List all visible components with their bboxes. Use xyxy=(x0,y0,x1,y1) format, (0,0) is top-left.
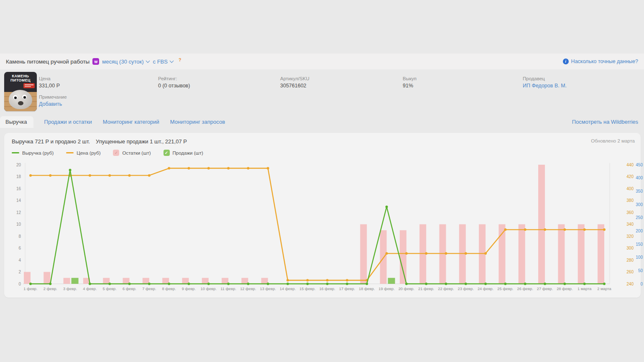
data-point xyxy=(583,283,586,285)
data-point xyxy=(425,252,427,255)
data-point xyxy=(108,283,111,285)
bar xyxy=(64,278,70,284)
svg-text:15 февр.: 15 февр. xyxy=(299,287,315,291)
svg-text:250: 250 xyxy=(636,215,643,220)
data-point xyxy=(405,283,408,285)
legend-item-stock[interactable]: ✓ Остатки (шт) xyxy=(113,150,151,156)
data-point xyxy=(544,228,546,231)
svg-text:4 февр.: 4 февр. xyxy=(83,287,97,291)
view-on-wildberries-link[interactable]: Посмотреть на Wildberries xyxy=(572,119,638,125)
data-point xyxy=(326,283,329,285)
svg-text:400: 400 xyxy=(626,186,634,191)
svg-text:25 февр.: 25 февр. xyxy=(497,287,513,291)
sku-field: Артикул/SKU 305761602 xyxy=(280,76,309,89)
svg-text:8: 8 xyxy=(18,234,21,239)
bar xyxy=(380,230,387,284)
data-point xyxy=(89,283,91,285)
legend-item-sales[interactable]: ✓ Продажи (шт) xyxy=(164,150,203,156)
bar xyxy=(241,278,248,284)
svg-text:26 февр.: 26 февр. xyxy=(517,287,533,291)
bar xyxy=(143,278,149,284)
tab-revenue[interactable]: Выручка xyxy=(0,116,33,128)
legend-item-price[interactable]: Цена (руб) xyxy=(66,150,100,156)
svg-text:9 февр.: 9 февр. xyxy=(182,287,196,291)
data-point xyxy=(583,228,586,231)
svg-text:450: 450 xyxy=(636,163,643,167)
price-axis-labels: 240260280300320340360380400420440 xyxy=(626,163,634,286)
seller-link[interactable]: ИП Федоров В. М. xyxy=(523,83,567,89)
tab-sales-and-stock[interactable]: Продажи и остатки xyxy=(44,116,92,128)
tab-category-monitoring[interactable]: Мониторинг категорий xyxy=(103,116,159,128)
data-point xyxy=(563,228,566,231)
period-selector[interactable]: месяц (30 суток) xyxy=(102,59,150,65)
add-note-link[interactable]: Добавить xyxy=(39,101,67,107)
chart-canvas[interactable]: 0246810121416182024026028030032034036038… xyxy=(4,159,641,297)
price-value: 331,00 Р xyxy=(39,83,67,89)
data-point xyxy=(306,279,309,281)
svg-text:12 февр.: 12 февр. xyxy=(240,287,256,291)
data-point xyxy=(108,174,111,177)
chart-area[interactable]: 0246810121416182024026028030032034036038… xyxy=(4,159,641,297)
product-thumbnail[interactable]: КАМЕНЬ ПИТОМЕЦ xyxy=(4,72,37,111)
svg-text:16: 16 xyxy=(16,186,21,191)
pet-rock-icon xyxy=(9,90,32,109)
svg-text:360: 360 xyxy=(626,210,634,215)
svg-text:0: 0 xyxy=(640,282,643,286)
stock-checkbox-icon[interactable]: ✓ xyxy=(113,150,119,156)
data-point xyxy=(326,279,329,281)
bar xyxy=(72,278,79,284)
product-header-bar: Камень питомец ручной работы w месяц (30… xyxy=(0,54,644,69)
data-point xyxy=(128,283,131,285)
bar xyxy=(123,278,130,284)
revenue-axis-labels: 050100150200250300350400450 xyxy=(636,163,643,286)
svg-text:1 февр.: 1 февр. xyxy=(23,287,37,291)
tab-query-monitoring[interactable]: Мониторинг запросов xyxy=(170,116,225,128)
sales-checkbox-icon[interactable]: ✓ xyxy=(164,150,170,156)
chevron-down-icon xyxy=(170,59,174,63)
data-point xyxy=(603,228,606,231)
data-point xyxy=(267,167,269,170)
sku-value: 305761602 xyxy=(280,83,309,89)
svg-text:350: 350 xyxy=(636,189,643,194)
data-point xyxy=(465,252,467,255)
data-point xyxy=(29,283,32,285)
svg-text:18: 18 xyxy=(16,174,21,179)
bar xyxy=(360,224,367,284)
legend-item-revenue[interactable]: Выручка (руб) xyxy=(12,150,54,156)
svg-text:100: 100 xyxy=(636,255,643,260)
svg-text:18 февр.: 18 февр. xyxy=(359,287,375,291)
data-point xyxy=(267,283,269,285)
rating-value: 0 (0 отзывов) xyxy=(158,83,190,89)
svg-text:4: 4 xyxy=(18,258,21,263)
help-question-mark[interactable]: ? xyxy=(179,57,181,62)
data-point xyxy=(69,169,72,171)
seller-field: Продавец ИП Федоров В. М. xyxy=(523,76,567,89)
bar xyxy=(400,230,406,284)
bar xyxy=(43,272,50,284)
data-accuracy-link[interactable]: Насколько точные данные? xyxy=(571,59,638,64)
data-point xyxy=(128,174,131,177)
svg-text:50: 50 xyxy=(638,268,643,273)
svg-text:260: 260 xyxy=(626,270,634,274)
svg-text:20: 20 xyxy=(16,163,21,167)
svg-text:24 февр.: 24 февр. xyxy=(478,287,493,291)
bar xyxy=(202,278,209,284)
stock-bars xyxy=(24,165,604,284)
data-point xyxy=(465,283,467,285)
fbs-selector[interactable]: с FBS xyxy=(153,59,174,65)
svg-text:380: 380 xyxy=(626,198,634,203)
data-point xyxy=(29,174,32,177)
data-point xyxy=(484,283,487,285)
data-point xyxy=(524,283,526,285)
svg-text:440: 440 xyxy=(626,163,634,167)
svg-text:200: 200 xyxy=(636,229,643,233)
updated-timestamp: Обновлено 2 марта xyxy=(591,138,635,143)
bar xyxy=(538,165,545,284)
bar xyxy=(388,278,395,284)
data-point xyxy=(405,252,408,255)
bar xyxy=(598,224,604,284)
revenue-chart-card: Выручка 721 Р и продано 2 шт.Упущенные п… xyxy=(4,133,641,298)
svg-text:20 февр.: 20 февр. xyxy=(399,287,414,291)
bar xyxy=(182,278,189,284)
svg-text:2 марта: 2 марта xyxy=(597,287,611,291)
